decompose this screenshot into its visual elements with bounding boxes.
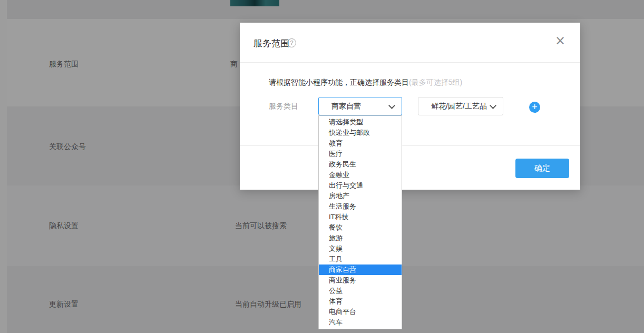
instruction-text: 请根据智能小程序功能，正确选择服务类目(最多可选择5组) xyxy=(269,78,462,87)
dropdown-option[interactable]: 政务民生 xyxy=(319,159,402,170)
dropdown-option[interactable]: 生活服务 xyxy=(319,201,402,212)
close-icon[interactable]: × xyxy=(555,34,565,47)
dropdown-option[interactable]: 旅游 xyxy=(319,233,402,243)
dropdown-option[interactable]: 医疗 xyxy=(319,149,402,159)
dropdown-option[interactable]: 文娱 xyxy=(319,243,402,254)
dropdown-option[interactable]: 体育 xyxy=(319,296,402,307)
add-category-button[interactable]: + xyxy=(529,102,540,113)
dropdown-option[interactable]: 餐饮 xyxy=(319,222,402,233)
dropdown-option[interactable]: 汽车 xyxy=(319,317,402,328)
dropdown-option[interactable]: 快递业与邮政 xyxy=(319,128,402,138)
confirm-button[interactable]: 确定 xyxy=(515,159,569,178)
modal-title: 服务范围 xyxy=(253,37,289,50)
dropdown-option[interactable]: 金融业 xyxy=(319,170,402,180)
service-category-label: 服务类目 xyxy=(269,102,298,111)
dropdown-option[interactable]: 房地产 xyxy=(319,191,402,201)
screen: 服务范围 商 关联公众号 隐私设置 当前可以被搜索 更新设置 当前自动升级已启用… xyxy=(0,0,644,333)
service-scope-modal: 服务范围 ? × 请根据智能小程序功能，正确选择服务类目(最多可选择5组) 服务… xyxy=(240,23,580,190)
instruction-main: 请根据智能小程序功能，正确选择服务类目 xyxy=(269,78,409,86)
category-select-value: 商家自营 xyxy=(331,97,361,115)
dropdown-option[interactable]: 商业服务 xyxy=(319,275,402,286)
chevron-down-icon xyxy=(490,102,496,109)
instruction-note: (最多可选择5组) xyxy=(409,78,462,86)
dropdown-option[interactable]: 公益 xyxy=(319,286,402,296)
dropdown-option[interactable]: 工具 xyxy=(319,254,402,265)
dropdown-option[interactable]: 请选择类型 xyxy=(319,117,402,128)
dropdown-option[interactable]: 教育 xyxy=(319,138,402,149)
subcategory-select[interactable]: 鲜花/园艺/工艺品 xyxy=(418,97,503,115)
dropdown-option-selected[interactable]: 商家自营 xyxy=(319,265,402,275)
dropdown-option[interactable]: IT科技 xyxy=(319,212,402,222)
category-select[interactable]: 商家自营 xyxy=(318,97,402,115)
modal-header: 服务范围 ? × xyxy=(240,23,580,63)
dropdown-option[interactable]: 电商平台 xyxy=(319,307,402,317)
modal-footer: 确定 xyxy=(240,145,580,190)
subcategory-select-value: 鲜花/园艺/工艺品 xyxy=(431,97,487,115)
dropdown-option[interactable]: 出行与交通 xyxy=(319,180,402,191)
help-icon[interactable]: ? xyxy=(287,38,296,47)
category-dropdown: 请选择类型 快递业与邮政 教育 医疗 政务民生 金融业 出行与交通 房地产 生活… xyxy=(318,115,402,329)
chevron-down-icon xyxy=(388,102,395,109)
